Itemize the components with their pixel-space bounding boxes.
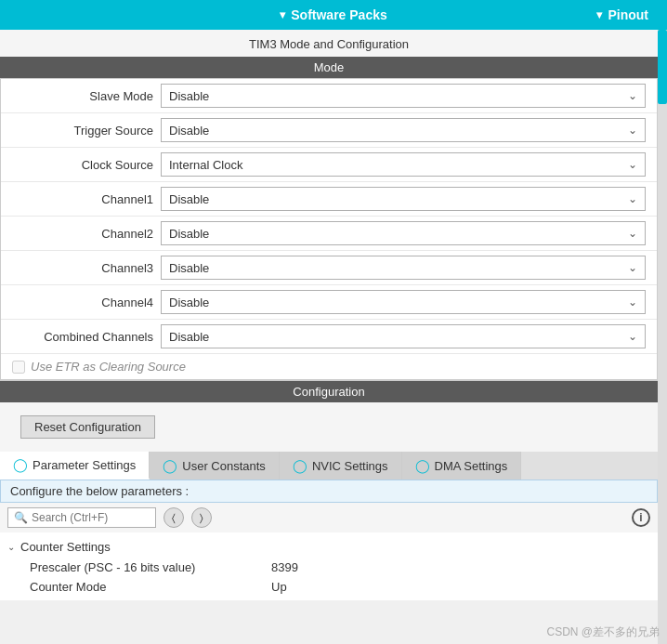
page-title: TIM3 Mode and Configuration	[0, 30, 658, 57]
trigger-source-select[interactable]: Disable ⌄	[161, 118, 646, 142]
channel2-value: Disable	[169, 227, 209, 241]
trigger-source-arrow: ⌄	[628, 124, 637, 137]
watermark: CSDN @差不多的兄弟	[546, 624, 660, 640]
channel3-arrow: ⌄	[628, 261, 637, 274]
search-box[interactable]: 🔍	[7, 507, 156, 528]
slave-mode-select[interactable]: Disable ⌄	[161, 84, 646, 108]
trigger-source-label: Trigger Source	[12, 124, 161, 138]
clock-source-value: Internal Clock	[169, 158, 242, 172]
tab-user-constants[interactable]: ◯ User Constants	[150, 452, 280, 480]
clock-source-row: Clock Source Internal Clock ⌄	[1, 148, 657, 182]
channel3-label: Channel3	[12, 261, 161, 275]
slave-mode-value: Disable	[169, 89, 209, 103]
nav-prev-button[interactable]: 〈	[163, 507, 184, 528]
channel1-label: Channel1	[12, 192, 161, 206]
tab-parameter-settings-icon: ◯	[13, 457, 28, 472]
clock-source-label: Clock Source	[12, 158, 161, 172]
mode-section: Slave Mode Disable ⌄ Trigger Source Disa…	[0, 78, 658, 380]
collapse-icon: ⌄	[7, 542, 15, 552]
channel2-arrow: ⌄	[628, 227, 637, 240]
config-section-header: Configuration	[0, 381, 658, 402]
prescaler-label: Prescaler (PSC - 16 bits value)	[30, 560, 271, 574]
channel1-arrow: ⌄	[628, 192, 637, 205]
prescaler-row: Prescaler (PSC - 16 bits value) 8399	[7, 558, 650, 577]
combined-channels-arrow: ⌄	[628, 330, 637, 343]
channel4-value: Disable	[169, 296, 209, 309]
search-row: 🔍 〈 〉 i	[0, 503, 658, 532]
counter-mode-row: Counter Mode Up	[7, 577, 650, 597]
channel4-label: Channel4	[12, 296, 161, 309]
channel4-select[interactable]: Disable ⌄	[161, 290, 646, 314]
tab-nvic-settings-icon: ◯	[293, 458, 307, 473]
combined-channels-label: Combined Channels	[12, 330, 161, 344]
slave-mode-label: Slave Mode	[12, 89, 161, 103]
channel4-arrow: ⌄	[628, 296, 637, 309]
software-packs-chevron: ▾	[280, 8, 285, 21]
channel4-row: Channel4 Disable ⌄	[1, 285, 657, 320]
tab-dma-settings-label: DMA Settings	[435, 459, 508, 473]
pinout-chevron: ▾	[596, 8, 602, 21]
combined-channels-row: Combined Channels Disable ⌄	[1, 320, 657, 354]
slave-mode-arrow: ⌄	[628, 89, 637, 102]
top-bar: ▾ Software Packs ▾ Pinout	[0, 0, 667, 30]
channel1-select[interactable]: Disable ⌄	[161, 187, 646, 211]
main-container: TIM3 Mode and Configuration Mode Slave M…	[0, 30, 667, 644]
tab-parameter-settings[interactable]: ◯ Parameter Settings	[0, 452, 150, 480]
search-input[interactable]	[32, 511, 143, 524]
tab-dma-settings-icon: ◯	[415, 458, 430, 473]
counter-mode-value: Up	[271, 580, 287, 594]
pinout-label: Pinout	[608, 7, 648, 22]
channel1-value: Disable	[169, 192, 209, 206]
tabs-row: ◯ Parameter Settings ◯ User Constants ◯ …	[0, 452, 658, 480]
trigger-source-row: Trigger Source Disable ⌄	[1, 113, 657, 148]
software-packs-menu[interactable]: ▾ Software Packs	[280, 7, 387, 22]
tab-nvic-settings-label: NVIC Settings	[312, 459, 388, 473]
config-section: Configuration Reset Configuration ◯ Para…	[0, 380, 658, 600]
channel3-value: Disable	[169, 261, 209, 275]
tab-parameter-settings-label: Parameter Settings	[33, 458, 136, 472]
etr-checkbox[interactable]	[12, 361, 25, 374]
channel1-row: Channel1 Disable ⌄	[1, 182, 657, 217]
reset-btn-container: Reset Configuration	[0, 402, 658, 452]
slave-mode-row: Slave Mode Disable ⌄	[1, 79, 657, 113]
tab-user-constants-icon: ◯	[163, 458, 177, 473]
search-icon: 🔍	[14, 511, 28, 524]
tab-nvic-settings[interactable]: ◯ NVIC Settings	[280, 452, 402, 480]
tab-user-constants-label: User Constants	[182, 459, 266, 473]
software-packs-label: Software Packs	[291, 7, 387, 22]
counter-mode-label: Counter Mode	[30, 580, 271, 594]
channel3-select[interactable]: Disable ⌄	[161, 256, 646, 280]
nav-next-button[interactable]: 〉	[191, 507, 212, 528]
mode-section-header: Mode	[0, 57, 658, 78]
etr-checkbox-label: Use ETR as Clearing Source	[31, 360, 186, 374]
prescaler-value: 8399	[271, 560, 298, 574]
counter-settings-label: Counter Settings	[20, 540, 111, 554]
reset-configuration-button[interactable]: Reset Configuration	[20, 415, 155, 439]
counter-settings-toggle[interactable]: ⌄ Counter Settings	[7, 536, 650, 558]
trigger-source-value: Disable	[169, 124, 209, 138]
info-bar: Configure the below parameters :	[0, 480, 658, 503]
counter-settings-section: ⌄ Counter Settings Prescaler (PSC - 16 b…	[0, 532, 658, 600]
clock-source-select[interactable]: Internal Clock ⌄	[161, 152, 646, 177]
channel2-label: Channel2	[12, 227, 161, 241]
combined-channels-value: Disable	[169, 330, 209, 344]
clock-source-arrow: ⌄	[628, 158, 637, 171]
channel2-row: Channel2 Disable ⌄	[1, 217, 657, 251]
etr-checkbox-row: Use ETR as Clearing Source	[1, 354, 657, 379]
channel2-select[interactable]: Disable ⌄	[161, 221, 646, 245]
combined-channels-select[interactable]: Disable ⌄	[161, 324, 646, 348]
channel3-row: Channel3 Disable ⌄	[1, 251, 657, 285]
pinout-menu[interactable]: ▾ Pinout	[596, 7, 648, 22]
info-icon[interactable]: i	[632, 508, 650, 527]
tab-dma-settings[interactable]: ◯ DMA Settings	[402, 452, 522, 480]
